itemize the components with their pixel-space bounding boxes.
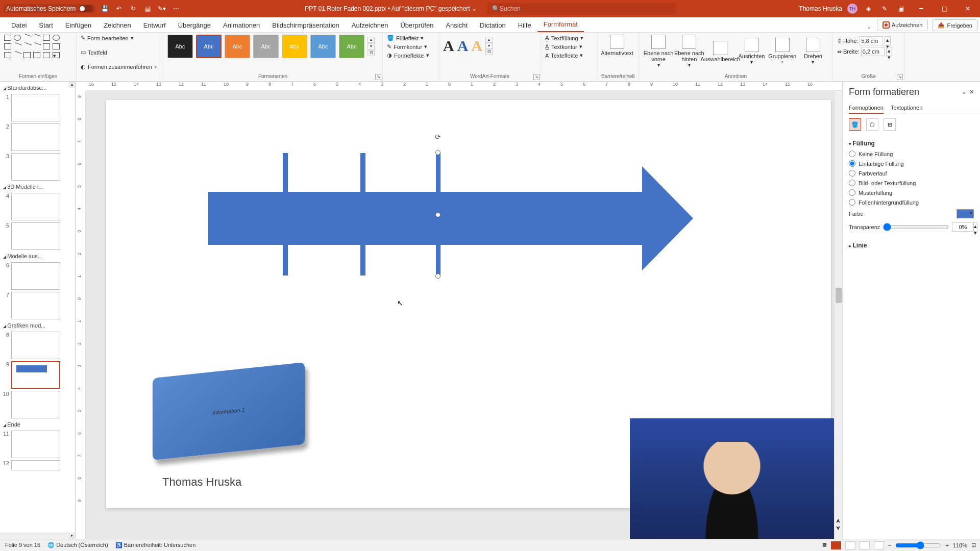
tab-review[interactable]: Überprüfen [394,18,439,32]
tab-draw[interactable]: Zeichnen [97,18,137,32]
normal-view-button[interactable] [831,541,841,549]
coming-soon-icon[interactable]: ◈ [863,3,874,14]
user-name[interactable]: Thomas Hruska [799,5,842,12]
thumbnail-10[interactable] [11,391,60,418]
section-line[interactable]: Linie [849,240,974,251]
handle-bottom[interactable] [435,273,440,279]
thumbnail-7[interactable] [11,292,60,319]
minimize-button[interactable]: ━ [912,3,930,14]
rotate-button[interactable]: Drehen ▾ [798,35,828,68]
tick-line-2[interactable] [360,153,365,276]
thumbnail-3[interactable] [11,153,60,181]
pane-effects-icon[interactable]: ⬠ [866,118,878,131]
thumb-scroll-up[interactable]: ▴ [69,82,75,88]
info-3d-shape[interactable]: Information 1 [153,362,305,460]
selection-pane-button[interactable]: Auswahlbereich [704,35,736,68]
radio-picture[interactable]: Bild- oder Texturfüllung [849,178,974,188]
zoom-slider[interactable] [895,541,941,549]
horizontal-ruler[interactable]: 1615141312111098765432101234567891011121… [86,82,842,91]
section-ende[interactable]: Ende [1,420,74,429]
undo-icon[interactable]: ↶ [113,3,125,14]
thumbnail-11[interactable] [11,431,60,458]
radio-pattern[interactable]: Musterfüllung [849,188,974,197]
arrow-shape[interactable] [208,192,642,245]
tab-view[interactable]: Ansicht [439,18,474,32]
window-icon[interactable]: ▣ [895,3,906,14]
tab-start[interactable]: Start [33,18,59,32]
pane-tab-shape[interactable]: Formoptionen [849,103,884,114]
record-button[interactable]: Aufzeichnen [877,19,928,31]
sorter-view-button[interactable] [845,541,855,549]
radio-nofill[interactable]: Keine Füllung [849,149,974,159]
thumbnail-9[interactable] [11,361,60,389]
width-input[interactable] [861,47,885,56]
thumbnail-5[interactable] [11,222,60,250]
author-text[interactable]: Thomas Hruska [162,475,241,489]
style-orange[interactable]: Abc [225,35,250,58]
handle-top[interactable] [435,150,440,155]
style-blue[interactable]: Abc [196,35,222,58]
vscroll-thumb[interactable] [836,288,842,303]
save-icon[interactable]: 💾 [99,3,110,14]
alttext-button[interactable]: Alternativtext [601,35,633,56]
slide-area[interactable]: ↖ Information 1 Thomas Hruska [86,91,834,539]
radio-slidebg[interactable]: Folienhintergrundfüllung [849,197,974,207]
bring-front-button[interactable]: Ebene nach vorne ▾ [643,35,674,68]
collapse-ribbon-icon[interactable]: ⌄ [864,21,875,32]
tab-file[interactable]: Datei [5,18,33,32]
pane-fill-icon[interactable]: 🪣 [849,118,861,131]
wordart-launcher[interactable]: ↘ [533,74,540,80]
search-box[interactable]: 🔍 [487,3,676,15]
section-fill[interactable]: Füllung [849,138,974,149]
thumbnail-1[interactable] [11,94,60,121]
section-3dmodels[interactable]: 3D Modelle i... [1,183,74,191]
style-green[interactable]: Abc [339,35,364,58]
pane-close-icon[interactable]: ✕ [969,89,974,95]
notes-button[interactable]: ≣ [822,542,827,548]
wordart-styles[interactable]: A A A ▴▾⊟ [443,35,536,57]
language-status[interactable]: 🌐 Deutsch (Österreich) [47,542,108,548]
reading-view-button[interactable] [860,541,870,549]
style-yellow[interactable]: Abc [282,35,307,58]
zoom-in-button[interactable]: + [945,542,948,548]
zoom-level[interactable]: 110% [953,542,967,548]
pane-size-icon[interactable]: ⊞ [884,118,896,131]
tab-transitions[interactable]: Übergänge [172,18,217,32]
thumbnail-6[interactable] [11,262,60,290]
tab-dictation[interactable]: Dictation [474,18,512,32]
tab-help[interactable]: Hilfe [512,18,537,32]
tab-shapeformat[interactable]: Formformat [537,17,584,32]
textfill-button[interactable]: A̲Textfüllung ▾ [545,35,593,41]
slideshow-view-button[interactable] [874,541,884,549]
next-slide-icon[interactable]: ⮟ [835,525,842,531]
section-models[interactable]: Modelle aus... [1,252,74,260]
styles-down[interactable]: ▾ [368,43,375,49]
align-button[interactable]: Ausrichten ▾ [736,35,767,68]
tab-record[interactable]: Aufzeichnen [346,18,395,32]
selected-line[interactable] [436,153,440,276]
effects-button[interactable]: ◑Formeffekte ▾ [387,52,434,59]
thumbnail-12[interactable] [11,460,60,470]
tab-slideshow[interactable]: Bildschirmpräsentation [266,18,346,32]
wordart-2[interactable]: A [457,37,469,55]
tab-animations[interactable]: Animationen [217,18,266,32]
outline-button[interactable]: ✎Formkontur ▾ [387,43,434,50]
doc-title[interactable]: PPT 01 Roter Faden 002.pptx • Auf "diese… [305,5,477,12]
shape-gallery[interactable]: ▾ [4,35,72,59]
size-launcher[interactable]: ↘ [897,74,903,80]
maximize-button[interactable]: ▢ [935,3,953,14]
thumbnail-4[interactable] [11,193,60,220]
height-input[interactable] [860,36,883,45]
fit-window-button[interactable]: ⊡ [971,542,976,548]
transparency-input[interactable] [952,222,973,232]
wordart-3[interactable]: A [471,37,482,55]
tab-insert[interactable]: Einfügen [59,18,97,32]
user-avatar[interactable]: TH [847,4,857,14]
tick-line-1[interactable] [283,153,288,276]
thumbnail-2[interactable] [11,123,60,151]
prev-slide-icon[interactable]: ⮝ [835,518,842,523]
wordart-1[interactable]: A [443,37,454,55]
fill-button[interactable]: 🪣Fülleffekt ▾ [387,35,434,41]
section-standard[interactable]: Standardabsc... [1,84,74,92]
rotation-handle[interactable] [435,133,442,140]
